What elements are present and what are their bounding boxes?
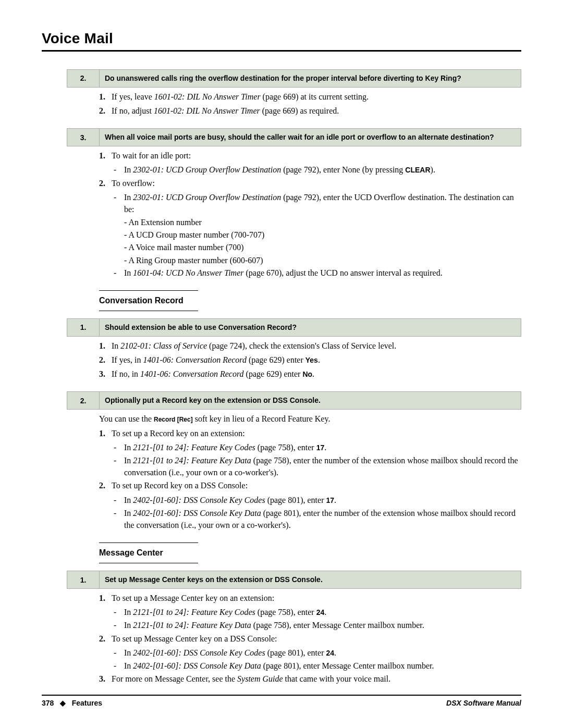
sub-item: - In 2402-[01-60]: DSS Console Key Codes…: [114, 647, 521, 659]
sub-text: In 2402-[01-60]: DSS Console Key Data (p…: [124, 660, 521, 672]
section-conversation-record: Conversation Record: [99, 290, 521, 311]
footer: 378 ◆ Features DSX Software Manual: [42, 695, 521, 707]
item-num: 3.: [99, 673, 112, 685]
question-box-2: 2. Do unanswered calls ring the overflow…: [67, 69, 521, 88]
main-content: 2. Do unanswered calls ring the overflow…: [67, 69, 521, 685]
section-bar: [99, 563, 198, 563]
list-item: 3. For more on Message Center, see the S…: [99, 673, 521, 685]
footer-row: 378 ◆ Features DSX Software Manual: [42, 699, 521, 707]
list-item: 2. If yes, in 1401-06: Conversation Reco…: [99, 354, 521, 366]
item-text: For more on Message Center, see the Syst…: [112, 673, 521, 685]
sub-item: - In 2402-[01-60]: DSS Console Key Data …: [114, 507, 521, 531]
sub-text: In 2121-[01 to 24]: Feature Key Data (pa…: [124, 454, 521, 478]
sub-item: - In 2302-01: UCD Group Overflow Destina…: [114, 164, 521, 176]
section-title: Message Center: [99, 548, 521, 558]
sub2-item: - A UCD Group master number (700-707): [124, 229, 521, 241]
dash: -: [114, 647, 124, 659]
list-item: 1. To set up a Record key on an extensio…: [99, 427, 521, 439]
answers-q3: 1. To wait for an idle port: - In 2302-0…: [99, 150, 521, 279]
item-text: To set up a Message Center key on an ext…: [112, 592, 521, 604]
page-number: 378: [42, 699, 54, 707]
list-item: 2. If no, adjust 1601-02: DIL No Answer …: [99, 105, 521, 117]
item-num: 1.: [99, 150, 112, 162]
section-message-center: Message Center: [99, 542, 521, 563]
sub-text: In 2121-[01 to 24]: Feature Key Codes (p…: [124, 441, 521, 453]
section-bar: [99, 542, 198, 543]
sub-item: - In 2121-[01 to 24]: Feature Key Data (…: [114, 454, 521, 478]
list-item: 1. If yes, leave 1601-02: DIL No Answer …: [99, 91, 521, 103]
sub-item: - In 2121-[01 to 24]: Feature Key Codes …: [114, 606, 521, 618]
sub-text: In 2121-[01 to 24]: Feature Key Codes (p…: [124, 606, 521, 618]
question-box-cr1: 1. Should extension be able to use Conve…: [67, 318, 521, 337]
item-text: If yes, in 1401-06: Conversation Record …: [112, 354, 521, 366]
dash: -: [114, 164, 124, 176]
list-item: 2. To set up Message Center key on a DSS…: [99, 633, 521, 645]
item-text: If yes, leave 1601-02: DIL No Answer Tim…: [112, 91, 521, 103]
footer-right: DSX Software Manual: [446, 699, 521, 707]
section-title: Conversation Record: [99, 296, 521, 305]
dash: -: [114, 441, 124, 453]
question-text: Do unanswered calls ring the overflow de…: [100, 70, 521, 87]
item-text: To wait for an idle port:: [112, 150, 521, 162]
answers-cr1: 1. In 2102-01: Class of Service (page 72…: [99, 340, 521, 380]
sub-item: - In 2121-[01 to 24]: Feature Key Data (…: [114, 619, 521, 631]
footer-section: Features: [72, 699, 102, 707]
question-num: 1.: [67, 571, 100, 588]
intro-text: You can use the Record [Rec] soft key in…: [99, 413, 521, 425]
item-num: 3.: [99, 368, 112, 380]
item-num: 1.: [99, 340, 112, 352]
item-num: 2.: [99, 105, 112, 117]
list-item: 1. To set up a Message Center key on an …: [99, 592, 521, 604]
question-box-mc1: 1. Set up Message Center keys on the ext…: [67, 571, 521, 589]
sub2-item: - A Ring Group master number (600-607): [124, 254, 521, 266]
dash: -: [114, 660, 124, 672]
dash: -: [114, 507, 124, 531]
item-text: To set up a Record key on an extension:: [112, 427, 521, 439]
item-text: To set up Record key on a DSS Console:: [112, 479, 521, 491]
sub-text: In 2402-[01-60]: DSS Console Key Codes (…: [124, 494, 521, 506]
answers-cr2: 1. To set up a Record key on an extensio…: [99, 427, 521, 532]
item-text: If no, in 1401-06: Conversation Record (…: [112, 368, 521, 380]
item-num: 2.: [99, 354, 112, 366]
sub-text: In 2302-01: UCD Group Overflow Destinati…: [124, 191, 521, 215]
sub-item: - In 2121-[01 to 24]: Feature Key Codes …: [114, 441, 521, 453]
answers-q2: 1. If yes, leave 1601-02: DIL No Answer …: [99, 91, 521, 117]
footer-left: 378 ◆ Features: [42, 699, 102, 707]
item-num: 1.: [99, 592, 112, 604]
sub2-item: - An Extension number: [124, 216, 521, 228]
sub-item: - In 2302-01: UCD Group Overflow Destina…: [114, 191, 521, 215]
sub-item: - In 2402-[01-60]: DSS Console Key Data …: [114, 660, 521, 672]
item-num: 1.: [99, 427, 112, 439]
dash: -: [114, 494, 124, 506]
answers-mc1: 1. To set up a Message Center key on an …: [99, 592, 521, 685]
sub-item: - In 1601-04: UCD No Answer Timer (page …: [114, 267, 521, 279]
item-num: 1.: [99, 91, 112, 103]
question-text: When all voice mail ports are busy, shou…: [100, 129, 521, 146]
item-num: 2.: [99, 633, 112, 645]
sub-item: - In 2402-[01-60]: DSS Console Key Codes…: [114, 494, 521, 506]
item-num: 2.: [99, 177, 112, 189]
question-num: 1.: [67, 319, 100, 336]
list-item: 2. To set up Record key on a DSS Console…: [99, 479, 521, 491]
dash: -: [114, 454, 124, 478]
question-num: 2.: [67, 70, 100, 87]
dash: -: [114, 267, 124, 279]
item-num: 2.: [99, 479, 112, 491]
list-item: 3. If no, in 1401-06: Conversation Recor…: [99, 368, 521, 380]
list-item: 1. In 2102-01: Class of Service (page 72…: [99, 340, 521, 352]
sub-text: In 2302-01: UCD Group Overflow Destinati…: [124, 164, 521, 176]
dash: -: [114, 619, 124, 631]
diamond-icon: ◆: [60, 699, 66, 707]
footer-rule: [42, 695, 521, 696]
title-rule: [42, 50, 521, 52]
section-bar: [99, 290, 198, 291]
sub-text: In 2121-[01 to 24]: Feature Key Data (pa…: [124, 619, 521, 631]
list-item: 2. To overflow:: [99, 177, 521, 189]
question-text: Should extension be able to use Conversa…: [100, 319, 521, 336]
section-bar: [99, 311, 198, 311]
question-num: 3.: [67, 129, 100, 146]
question-box-cr2: 2. Optionally put a Record key on the ex…: [67, 391, 521, 410]
sub-text: In 2402-[01-60]: DSS Console Key Data (p…: [124, 507, 521, 531]
dash: -: [114, 606, 124, 618]
question-text: Optionally put a Record key on the exten…: [100, 392, 521, 409]
